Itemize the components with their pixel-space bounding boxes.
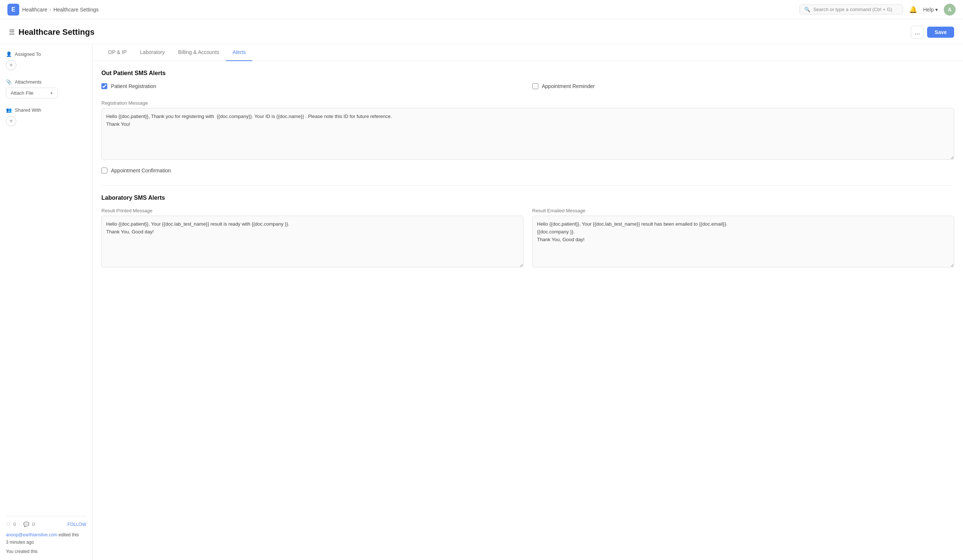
page-header-right: ... Save: [911, 26, 954, 39]
help-label: Help: [923, 6, 934, 13]
paperclip-icon: 📎: [6, 79, 12, 85]
result-emailed-label: Result Emailed Message: [532, 208, 955, 214]
comments-count: 0: [32, 521, 35, 527]
likes-row: ♡ 0 · 💬 0 FOLLOW: [6, 521, 86, 527]
patient-registration-label: Patient Registration: [111, 83, 156, 89]
attach-plus-icon: +: [50, 90, 53, 96]
main-content: OP & IP Laboratory Billing & Accounts Al…: [92, 44, 963, 560]
breadcrumb: Healthcare › Healthcare Settings: [22, 6, 99, 13]
attachments-label: 📎 Attachments: [6, 79, 86, 85]
app-icon[interactable]: E: [7, 4, 19, 16]
result-printed-textarea[interactable]: [101, 216, 524, 267]
comment-icon: 💬: [23, 521, 29, 527]
search-placeholder: Search or type a command (Ctrl + G): [813, 6, 892, 12]
menu-icon[interactable]: ☰: [9, 28, 15, 36]
topbar-left: E Healthcare › Healthcare Settings: [7, 4, 99, 16]
attach-file-button[interactable]: Attach File +: [6, 87, 58, 99]
patient-registration-row: Patient Registration: [101, 83, 524, 89]
tab-op-ip[interactable]: OP & IP: [101, 44, 133, 61]
tab-billing[interactable]: Billing & Accounts: [171, 44, 226, 61]
result-printed-field: Result Printed Message: [101, 208, 524, 269]
breadcrumb-item-settings[interactable]: Healthcare Settings: [53, 6, 99, 13]
page-title: Healthcare Settings: [18, 28, 94, 37]
editor-email[interactable]: anoop@earthianslive.com: [6, 532, 57, 537]
tab-laboratory[interactable]: Laboratory: [133, 44, 171, 61]
appointment-confirmation-checkbox[interactable]: [101, 168, 107, 173]
likes-count: 0: [13, 521, 16, 527]
appointment-reminder-label: Appointment Reminder: [542, 83, 595, 89]
attachments-section: 📎 Attachments Attach File +: [6, 79, 86, 99]
page-header-left: ☰ Healthcare Settings: [9, 28, 94, 37]
tab-alerts[interactable]: Alerts: [226, 44, 253, 61]
out-patient-section: Out Patient SMS Alerts Patient Registrat…: [101, 70, 954, 173]
add-assigned-button[interactable]: +: [6, 60, 16, 70]
sidebar-footer: ♡ 0 · 💬 0 FOLLOW anoop@earthianslive.com…: [6, 516, 86, 555]
registration-message-label: Registration Message: [101, 100, 954, 106]
shared-with-section: 👥 Shared With +: [6, 107, 86, 126]
topbar: E Healthcare › Healthcare Settings 🔍 Sea…: [0, 0, 963, 19]
patient-registration-checkbox[interactable]: [101, 83, 107, 89]
avatar[interactable]: A: [944, 4, 956, 16]
appointment-reminder-checkbox[interactable]: [532, 83, 538, 89]
layout: 👤 Assigned To + 📎 Attachments Attach Fil…: [0, 44, 963, 560]
search-icon: 🔍: [804, 6, 810, 12]
appointment-reminder-row: Appointment Reminder: [532, 83, 955, 89]
add-shared-button[interactable]: +: [6, 116, 16, 126]
people-icon: 👥: [6, 107, 12, 113]
created-text: You created this: [6, 548, 86, 555]
registration-message-textarea[interactable]: [101, 108, 954, 160]
result-emailed-field: Result Emailed Message: [532, 208, 955, 269]
search-box[interactable]: 🔍 Search or type a command (Ctrl + G): [799, 5, 903, 15]
shared-with-label: 👥 Shared With: [6, 107, 86, 113]
follow-button[interactable]: FOLLOW: [67, 522, 86, 527]
appointment-confirmation-row: Appointment Confirmation: [101, 168, 954, 173]
sidebar: 👤 Assigned To + 📎 Attachments Attach Fil…: [0, 44, 92, 560]
heart-icon: ♡: [6, 521, 10, 527]
result-emailed-textarea[interactable]: [532, 216, 955, 267]
more-options-button[interactable]: ...: [911, 26, 923, 39]
edited-time: 3 minutes ago: [6, 539, 86, 546]
assigned-to-label: 👤 Assigned To: [6, 52, 86, 57]
out-patient-title: Out Patient SMS Alerts: [101, 70, 954, 76]
alerts-content: Out Patient SMS Alerts Patient Registrat…: [92, 61, 963, 289]
breadcrumb-item-healthcare[interactable]: Healthcare: [22, 6, 47, 13]
result-printed-label: Result Printed Message: [101, 208, 524, 214]
notification-icon[interactable]: 🔔: [909, 6, 917, 14]
save-button[interactable]: Save: [927, 27, 954, 38]
appointment-confirmation-label: Appointment Confirmation: [111, 168, 171, 173]
divider: [6, 516, 86, 516]
person-icon: 👤: [6, 52, 12, 57]
lab-messages-grid: Result Printed Message Result Emailed Me…: [101, 208, 954, 269]
dot-separator: ·: [19, 521, 20, 527]
lab-title: Laboratory SMS Alerts: [101, 194, 954, 201]
attach-file-label: Attach File: [11, 90, 33, 96]
edit-info: anoop@earthianslive.com edited this 3 mi…: [6, 531, 86, 555]
help-button[interactable]: Help ▾: [923, 6, 938, 13]
page-header: ☰ Healthcare Settings ... Save: [0, 19, 963, 44]
breadcrumb-sep-1: ›: [50, 6, 52, 13]
topbar-right: 🔍 Search or type a command (Ctrl + G) 🔔 …: [799, 4, 956, 16]
lab-section: Laboratory SMS Alerts Result Printed Mes…: [101, 185, 954, 269]
assigned-to-section: 👤 Assigned To +: [6, 52, 86, 70]
tabs: OP & IP Laboratory Billing & Accounts Al…: [92, 44, 963, 61]
chevron-down-icon: ▾: [935, 6, 938, 13]
